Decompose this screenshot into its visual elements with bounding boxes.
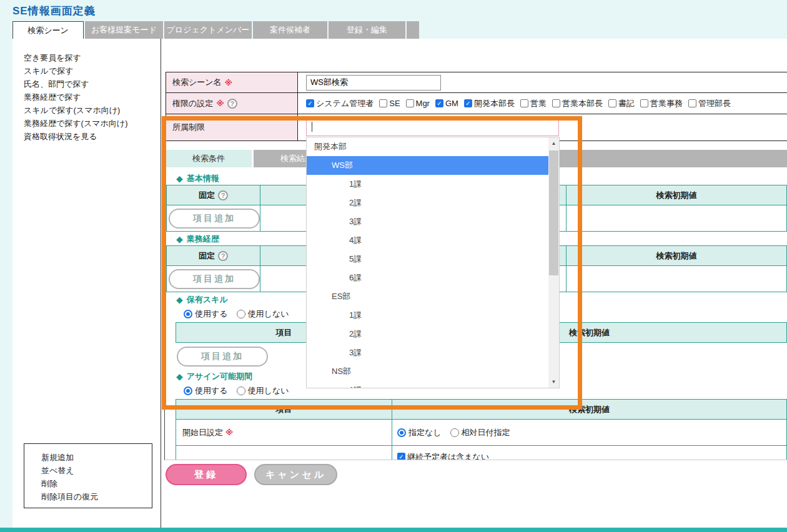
diamond-icon: ◆	[176, 295, 183, 305]
sidebar-divider	[161, 39, 161, 528]
radio-assign-not-use[interactable]	[237, 387, 245, 395]
checkbox-mgr[interactable]	[406, 99, 414, 107]
basic-init-header: 検索初期値	[567, 185, 787, 205]
tab-search-condition[interactable]: 検索条件	[166, 150, 252, 167]
sidebar-link-by-skill[interactable]: スキルで探す	[24, 64, 128, 77]
assign-init-header: 検索初期値	[392, 400, 787, 420]
menu-add-new[interactable]: 新規追加	[41, 451, 152, 464]
required-mark: ※	[216, 99, 224, 108]
diamond-icon: ◆	[176, 372, 183, 382]
diamond-icon: ◆	[176, 234, 183, 244]
help-icon[interactable]: ?	[218, 251, 228, 261]
footer-bar	[0, 528, 787, 532]
tab-customer-proposal-mode[interactable]: お客様提案モード	[85, 21, 163, 39]
radio-no-date[interactable]	[397, 428, 406, 437]
tab-search-scene[interactable]: 検索シーン	[12, 21, 84, 39]
dropdown-option[interactable]: 1課	[307, 381, 548, 388]
text-caret	[312, 122, 312, 132]
permission-row: 権限の設定※ ? システム管理者 SE Mgr GM 開発本部長 営業 営業本部…	[166, 93, 787, 114]
register-button[interactable]: 登録	[166, 464, 247, 485]
checkbox-dev-division-head[interactable]	[464, 99, 472, 107]
tab-case-candidate[interactable]: 案件候補者	[253, 21, 327, 39]
assign-item-header: 項目	[176, 400, 392, 420]
dropdown-scrollbar[interactable]: ▲ ▼	[548, 137, 559, 388]
action-button-row: 登録 キャンセル	[166, 464, 337, 485]
page-title: SE情報画面定義	[12, 4, 96, 18]
start-date-label-cell: 開始日設定 ※	[176, 420, 392, 446]
dropdown-option[interactable]: 3課	[307, 343, 548, 362]
career-init-header: 検索初期値	[567, 246, 787, 266]
tab-stub	[407, 21, 419, 39]
checkbox-gm[interactable]	[435, 99, 443, 107]
belong-limit-input[interactable]	[306, 117, 559, 136]
checkbox-secretary[interactable]	[608, 99, 616, 107]
checkbox-sales-division-head[interactable]	[552, 99, 560, 107]
sidebar-link-certifications[interactable]: 資格取得状況を見る	[24, 130, 128, 143]
scene-menu-box: 新規追加 並べ替え 削除 削除項目の復元	[24, 443, 152, 508]
checkbox-exclude-continuing[interactable]	[397, 453, 405, 460]
add-item-button-skill[interactable]: 項目追加	[177, 347, 268, 367]
career-body-cell: 項目追加	[167, 266, 260, 292]
scrollbar-down-arrow-icon[interactable]: ▼	[548, 377, 559, 387]
scrollbar-thumb[interactable]	[549, 150, 558, 275]
tab-register-edit[interactable]: 登録・編集	[329, 21, 405, 39]
exclude-continuing-cell: 継続予定者は含まない	[392, 446, 787, 461]
dropdown-option[interactable]: ES部	[307, 287, 548, 306]
menu-restore-deleted[interactable]: 削除項目の復元	[41, 490, 152, 503]
dropdown-option[interactable]: 開発本部	[307, 137, 548, 156]
menu-reorder[interactable]: 並べ替え	[41, 464, 152, 477]
radio-skill-use[interactable]	[184, 310, 192, 318]
sidebar-link-by-career-mobile[interactable]: 業務経歴で探す(スマホ向け)	[24, 117, 128, 130]
dropdown-option[interactable]: 3課	[307, 212, 548, 231]
required-mark: ※	[225, 428, 234, 437]
dropdown-option[interactable]: 4課	[307, 231, 548, 250]
checkbox-system-admin[interactable]	[306, 99, 314, 107]
sidebar-link-list: 空き要員を探す スキルで探す 氏名、部門で探す 業務経歴で探す スキルで探す(ス…	[24, 51, 128, 143]
permission-label: 権限の設定※ ?	[166, 93, 298, 114]
cancel-button[interactable]: キャンセル	[254, 464, 337, 485]
se-info-screen-definition-page: { "page": { "title": "SE情報画面定義" }, "top_…	[0, 0, 787, 532]
help-icon[interactable]: ?	[227, 99, 237, 109]
required-mark: ※	[225, 78, 233, 87]
scrollbar-up-arrow-icon[interactable]: ▲	[548, 138, 559, 149]
checkbox-sales[interactable]	[520, 99, 528, 107]
tab-project-member[interactable]: プロジェクトメンバー	[164, 21, 252, 39]
permission-checkbox-group: システム管理者 SE Mgr GM 開発本部長 営業 営業本部長 書記 営業事務…	[298, 93, 787, 114]
dropdown-option[interactable]: 6課	[307, 268, 548, 287]
scene-name-row: 検索シーン名※	[166, 72, 787, 93]
sidebar-link-by-name-dept[interactable]: 氏名、部門で探す	[24, 77, 128, 91]
dropdown-option[interactable]: NS部	[307, 362, 548, 381]
dropdown-option[interactable]: 1課	[307, 175, 548, 194]
dropdown-option[interactable]: 2課	[307, 325, 548, 343]
checkbox-admin-dept-head[interactable]	[688, 99, 696, 107]
scene-name-input[interactable]	[306, 75, 441, 91]
add-item-button-career[interactable]: 項目追加	[169, 269, 260, 289]
help-icon[interactable]: ?	[218, 190, 228, 200]
belong-limit-label: 所属制限	[166, 114, 298, 140]
checkbox-se[interactable]	[379, 99, 387, 107]
top-tab-bar: 検索シーン お客様提案モード プロジェクトメンバー 案件候補者 登録・編集	[12, 21, 419, 39]
scene-name-label: 検索シーン名※	[166, 72, 298, 92]
radio-relative-date[interactable]	[450, 428, 459, 437]
menu-delete[interactable]: 削除	[41, 477, 152, 490]
diamond-icon: ◆	[176, 174, 183, 184]
basic-body-cell: 項目追加	[167, 205, 260, 232]
sidebar-link-by-skill-mobile[interactable]: スキルで探す(スマホ向け)	[24, 104, 128, 117]
radio-assign-use[interactable]	[184, 387, 192, 395]
add-item-button-basic[interactable]: 項目追加	[169, 209, 260, 229]
start-date-value-cell: 指定なし 相対日付指定	[392, 420, 787, 446]
assign-table: 項目 検索初期値 開始日設定 ※ 指定なし 相対日付指定 継続予定者は含まない	[176, 399, 787, 460]
radio-skill-not-use[interactable]	[237, 310, 245, 318]
department-dropdown-list: 開発本部 WS部 1課 2課 3課 4課 5課 6課 ES部 1課 2課 3課 …	[307, 137, 548, 388]
checkbox-sales-office[interactable]	[640, 99, 648, 107]
dropdown-option[interactable]: 1課	[307, 306, 548, 325]
dropdown-option-selected[interactable]: WS部	[307, 156, 548, 175]
sidebar-link-free-staff[interactable]: 空き要員を探す	[24, 51, 128, 64]
dropdown-option[interactable]: 2課	[307, 194, 548, 212]
basic-fixed-header: 固定?	[167, 185, 260, 205]
career-fixed-header: 固定?	[167, 246, 260, 266]
dropdown-option[interactable]: 5課	[307, 250, 548, 268]
sidebar-link-by-career[interactable]: 業務経歴で探す	[24, 91, 128, 104]
department-dropdown: 開発本部 WS部 1課 2課 3課 4課 5課 6課 ES部 1課 2課 3課 …	[306, 137, 560, 388]
